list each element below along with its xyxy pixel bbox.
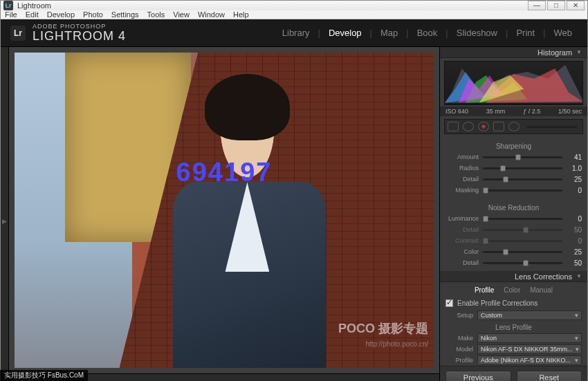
noise-row-color: Color25 — [445, 246, 582, 257]
titlebar: Lr Lightroom — □ ✕ — [1, 1, 587, 10]
noise-row-detail: Detail50 — [445, 257, 582, 268]
watermark: POCO 摄影专题 http://photo.poco.cn/ — [338, 322, 428, 350]
reset-button[interactable]: Reset — [517, 371, 582, 381]
module-develop[interactable]: Develop — [323, 28, 367, 38]
menu-file[interactable]: File — [5, 10, 17, 19]
make-dropdown[interactable]: Nikon — [477, 333, 582, 343]
lens-tab-profile[interactable]: Profile — [475, 286, 494, 294]
footer-badge: 实用摄影技巧 FsBus.CoM — [1, 370, 88, 381]
module-picker: Library|Develop|Map|Book|Slideshow|Print… — [277, 28, 578, 38]
photo-preview — [15, 53, 434, 368]
sharpening-label: Detail — [445, 176, 479, 183]
lens-tabs: ProfileColorManual — [444, 284, 583, 297]
menu-edit[interactable]: Edit — [26, 10, 39, 19]
menu-tools[interactable]: Tools — [147, 10, 165, 19]
spot-tool[interactable] — [463, 122, 474, 131]
sharpening-row-amount: Amount41 — [445, 151, 582, 162]
menu-develop[interactable]: Develop — [47, 10, 75, 19]
brand-name: LIGHTROOM 4 — [33, 30, 126, 42]
develop-toolstrip — [444, 119, 583, 134]
model-dropdown[interactable]: Nikon AF-S DX NIKKOR 35mm... — [477, 344, 582, 354]
lens-profile-header: Lens Profile — [440, 324, 587, 331]
histogram-header[interactable]: Histogram — [440, 47, 587, 58]
sharpening-value: 1.0 — [567, 165, 582, 172]
noise-slider[interactable] — [483, 240, 562, 242]
grad-filter-tool[interactable] — [493, 122, 504, 131]
sharpening-row-radius: Radius1.0 — [445, 162, 582, 174]
lens-tab-manual[interactable]: Manual — [530, 286, 553, 294]
window-title: Lightroom — [17, 1, 51, 10]
sharpening-slider[interactable] — [483, 178, 562, 180]
focal-readout: 35 mm — [486, 108, 506, 115]
sharpening-label: Radius — [445, 165, 479, 171]
enable-profile-label: Enable Profile Corrections — [457, 299, 538, 307]
left-panel-handle[interactable] — [1, 47, 9, 381]
aperture-readout: ƒ / 2.5 — [523, 108, 540, 115]
make-label: Make — [445, 335, 473, 342]
close-button[interactable]: ✕ — [567, 1, 585, 10]
sharpening-slider[interactable] — [483, 189, 562, 192]
sharpening-section: Sharpening Amount41Radius1.0Detail25Mask… — [440, 137, 587, 198]
noise-slider[interactable] — [483, 262, 562, 264]
logo-icon: Lr — [10, 26, 26, 41]
noise-row-detail: Detail50 — [445, 224, 582, 235]
tool-slider[interactable] — [526, 126, 577, 128]
maximize-button[interactable]: □ — [547, 1, 565, 10]
crop-tool[interactable] — [448, 122, 459, 131]
minimize-button[interactable]: — — [528, 1, 546, 10]
sharpening-row-detail: Detail25 — [445, 174, 582, 185]
module-book[interactable]: Book — [412, 28, 443, 38]
sharpening-label: Masking — [445, 187, 479, 194]
module-print[interactable]: Print — [511, 28, 540, 38]
app-header: Lr ADOBE PHOTOSHOP LIGHTROOM 4 Library|D… — [1, 19, 587, 47]
noise-value: 50 — [567, 226, 582, 234]
right-panel: Histogram ISO 640 35 mm ƒ / 2.5 1 — [439, 47, 587, 381]
noise-value: 50 — [567, 259, 582, 267]
noise-row-contrast: Contrast0 — [445, 235, 582, 246]
noise-row-luminance: Luminance0 — [445, 213, 582, 224]
image-canvas[interactable]: 694197 POCO 摄影专题 http://photo.poco.cn/ — [15, 53, 434, 368]
setup-label: Setup — [445, 312, 473, 319]
redeye-tool[interactable] — [478, 122, 489, 131]
noise-slider[interactable] — [483, 229, 562, 231]
bottom-buttons: Previous Reset — [440, 366, 587, 381]
enable-profile-checkbox[interactable] — [445, 299, 453, 307]
setup-dropdown[interactable]: Custom — [477, 310, 582, 320]
profile-label: Profile — [445, 357, 473, 364]
noise-label: Color — [445, 248, 479, 255]
sharpening-row-masking: Masking0 — [445, 185, 582, 196]
menubar: FileEditDevelopPhotoSettingsToolsViewWin… — [1, 10, 587, 19]
module-slideshow[interactable]: Slideshow — [451, 28, 503, 38]
menu-help[interactable]: Help — [233, 10, 249, 19]
module-web[interactable]: Web — [549, 28, 578, 38]
menu-photo[interactable]: Photo — [83, 10, 103, 19]
noise-title: Noise Reduction — [445, 204, 582, 212]
sharpening-slider[interactable] — [483, 156, 562, 158]
sharpening-slider[interactable] — [483, 167, 562, 169]
menu-view[interactable]: View — [173, 10, 190, 19]
lens-tab-color[interactable]: Color — [504, 286, 520, 294]
sharpening-value: 0 — [567, 187, 582, 194]
module-library[interactable]: Library — [277, 28, 315, 38]
noise-slider[interactable] — [483, 251, 562, 253]
shutter-readout: 1/50 sec — [558, 108, 582, 115]
noise-slider[interactable] — [483, 218, 562, 220]
noise-value: 0 — [567, 237, 582, 245]
menu-window[interactable]: Window — [198, 10, 225, 19]
module-map[interactable]: Map — [375, 28, 403, 38]
noise-label: Detail — [445, 259, 479, 266]
previous-button[interactable]: Previous — [445, 371, 511, 381]
sharpening-value: 25 — [567, 176, 582, 183]
noise-label: Contrast — [445, 237, 479, 244]
menu-settings[interactable]: Settings — [111, 10, 139, 19]
lens-corrections-header[interactable]: Lens Corrections — [440, 271, 587, 282]
histogram[interactable] — [444, 61, 583, 105]
app-icon: Lr — [3, 1, 13, 10]
brush-tool[interactable] — [508, 122, 520, 131]
profile-dropdown[interactable]: Adobe (Nikon AF-S DX NIKKO... — [477, 355, 582, 365]
sharpening-value: 41 — [567, 154, 582, 161]
sharpening-label: Amount — [445, 154, 479, 160]
overlay-number: 694197 — [176, 158, 273, 187]
noise-label: Detail — [445, 226, 479, 233]
noise-value: 0 — [567, 215, 582, 223]
